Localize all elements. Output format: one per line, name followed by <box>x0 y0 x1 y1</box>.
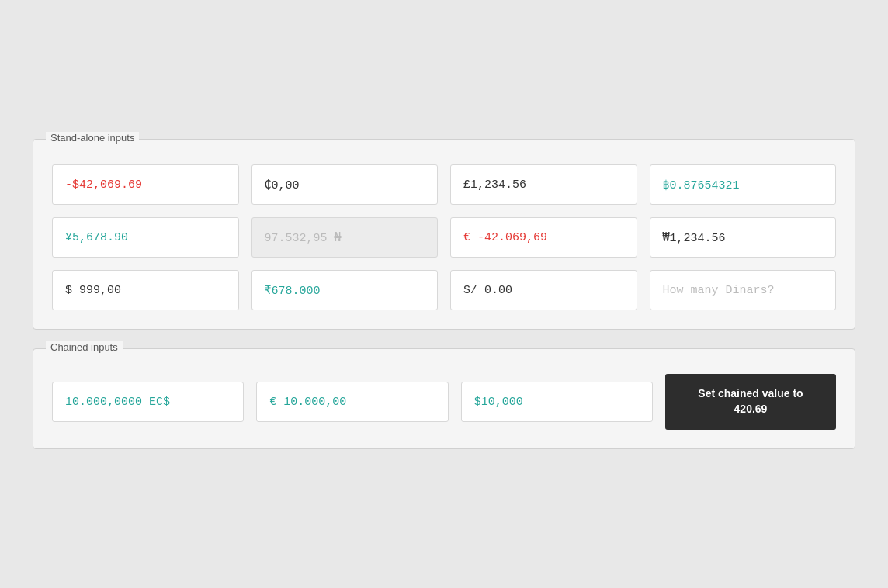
standalone-input-r1-c2[interactable]: € -42.069,69 <box>450 217 637 258</box>
standalone-input-r0-c2[interactable]: £1,234.56 <box>450 164 637 205</box>
chained-section: Chained inputs 10.000,0000 EC$€ 10.000,0… <box>33 348 855 449</box>
standalone-input-r1-c0[interactable]: ¥5,678.90 <box>52 217 239 258</box>
set-chained-value-button[interactable]: Set chained value to420.69 <box>665 374 836 430</box>
standalone-input-r0-c1[interactable]: ₵0,00 <box>251 164 439 205</box>
chained-row: 10.000,0000 EC$€ 10.000,00$10,000Set cha… <box>52 374 836 430</box>
standalone-grid: -$42,069.69₵0,00£1,234.56฿0.87654321¥5,6… <box>52 164 836 310</box>
standalone-input-r2-c0[interactable]: $ 999,00 <box>52 270 239 310</box>
chained-label: Chained inputs <box>46 341 123 353</box>
standalone-input-r2-c1[interactable]: ₹678.000 <box>251 270 439 310</box>
standalone-input-r0-c3[interactable]: ฿0.87654321 <box>650 164 837 205</box>
page-container: Stand-alone inputs -$42,069.69₵0,00£1,23… <box>33 139 855 449</box>
standalone-section: Stand-alone inputs -$42,069.69₵0,00£1,23… <box>33 139 855 330</box>
standalone-input-r1-c3[interactable]: ₩1,234.56 <box>650 217 837 258</box>
standalone-input-r1-c1[interactable]: 97.532,95 ₦ <box>251 217 439 258</box>
standalone-input-r2-c3[interactable]: How many Dinars? <box>650 270 837 310</box>
standalone-input-r0-c0[interactable]: -$42,069.69 <box>52 164 239 205</box>
chained-input-0[interactable]: 10.000,0000 EC$ <box>52 382 244 422</box>
chained-input-1[interactable]: € 10.000,00 <box>256 382 448 422</box>
standalone-input-r2-c2[interactable]: S/ 0.00 <box>450 270 637 310</box>
standalone-label: Stand-alone inputs <box>46 132 139 144</box>
chained-input-2[interactable]: $10,000 <box>461 382 653 422</box>
